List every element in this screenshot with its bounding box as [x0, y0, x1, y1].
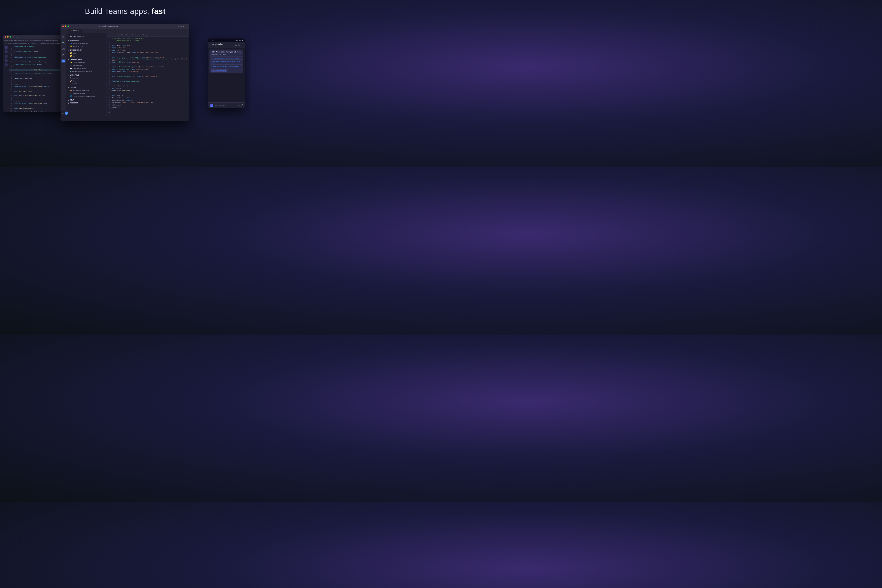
- status-icons: ▲▲▲ wifi ▮: [234, 40, 243, 41]
- section-environment[interactable]: ▼ ENVIRONMENT: [66, 49, 106, 51]
- section-feedback[interactable]: ▶ FEEDBACK: [66, 101, 106, 104]
- breadcrumb-rows: rows: [149, 34, 152, 36]
- sparkle-icon: ✨: [70, 62, 72, 63]
- code-line: 4: [9, 52, 69, 54]
- code-line: 30 await ImportModuleAsync();: [9, 107, 69, 109]
- env-dev-item[interactable]: 📁 dev: [66, 54, 106, 57]
- tab-close-icon[interactable]: ✕: [78, 30, 80, 32]
- open-dev-portal-label: Open Developer Portal to Publish: [73, 96, 95, 97]
- sign-in-m365-item[interactable]: 👤 Sign in to Microsoft 365: [66, 42, 106, 45]
- git-icon[interactable]: [4, 55, 8, 58]
- chat-title-area: GithubNotifier bot/hello: [212, 43, 223, 47]
- left-breadcrumb: SetConfig.csm > InteropModuleBase.cs > P…: [3, 42, 69, 45]
- back-icon[interactable]: ‹: [210, 44, 210, 46]
- code-line: 30 csvData: []: [107, 106, 189, 109]
- section-development[interactable]: ▼ DEVELOPMENT: [66, 58, 106, 61]
- code-line: 25 }: [9, 96, 69, 99]
- view-assigned-issues-button[interactable]: View Assigned Issues: [211, 69, 227, 72]
- deploy-item[interactable]: 🚀 Deploy: [66, 80, 106, 82]
- git-icon-btn[interactable]: ⎇: [62, 46, 66, 51]
- sign-in-azure-item[interactable]: ⚡ Sign in to Azure: [66, 45, 106, 48]
- validate-app-item[interactable]: ⚠ Validate Application: [66, 92, 106, 95]
- main-content: ⊞ 🔍 ⎇ ▶ T ⚙ 1 TEAMS TOOLKIT: [60, 33, 189, 116]
- section-lifecycle[interactable]: ▼ LIFECYCLE: [66, 74, 106, 76]
- section-development-label: DEVELOPMENT: [70, 59, 82, 60]
- validate-app-label: Validate Application: [72, 93, 85, 94]
- phone-icon[interactable]: 📞: [238, 44, 240, 46]
- extensions-icon[interactable]: [4, 63, 8, 66]
- explorer-icon[interactable]: [4, 46, 8, 49]
- section-help[interactable]: ▶ HELP: [66, 99, 106, 101]
- issue-link-2[interactable]: #5405 Network tunneling alternatives for…: [211, 60, 240, 64]
- debug-icon-btn[interactable]: ▶: [62, 52, 66, 57]
- code-line: 26: [9, 99, 69, 100]
- debug-icon[interactable]: [4, 59, 8, 62]
- close-icon[interactable]: [5, 36, 6, 38]
- minimize-icon[interactable]: [7, 36, 9, 38]
- issue-link-1[interactable]: #4545 Bug report: Ext.UnsupportedOperati…: [211, 57, 238, 59]
- code-line: 24: [107, 92, 189, 94]
- emoji-icon[interactable]: ☺: [238, 104, 240, 106]
- create-new-app-item[interactable]: ✨ Create a New App: [66, 61, 106, 64]
- chat-statusbar: 17:24 ▲▲▲ wifi ▮: [208, 39, 244, 42]
- video-call-icon[interactable]: 📹: [234, 44, 237, 46]
- nav-back[interactable]: ← →: [60, 28, 68, 33]
- chat-input-placeholder[interactable]: Type a message: [214, 105, 237, 106]
- code-line: 12 protected virtual string ModulePath {…: [9, 69, 69, 71]
- explorer-icon-btn[interactable]: ⊞: [62, 35, 66, 39]
- back-icon: ←: [62, 30, 64, 32]
- search-icon[interactable]: [4, 50, 8, 53]
- signal-icon: ▲▲▲: [234, 40, 238, 41]
- teams-toolkit-icon-btn[interactable]: T: [62, 59, 66, 63]
- preview-teams-app-item[interactable]: ▶ Preview Your Teams App (F5): [66, 70, 106, 73]
- code-line: 22 super(props);: [107, 87, 189, 90]
- breadcrumb-callback: handleInputChange: [135, 34, 147, 36]
- env-local-item[interactable]: 📁 local: [66, 51, 106, 54]
- sign-in-m365-label: Sign in to Microsoft 365: [73, 43, 88, 44]
- maximize-icon[interactable]: [68, 26, 69, 27]
- section-accounts[interactable]: ▼ ACCOUNTS: [66, 39, 106, 42]
- sign-in-azure-label: Sign in to Azure: [73, 46, 83, 47]
- provision-item[interactable]: ⚙ Provision: [66, 76, 106, 80]
- close-icon[interactable]: [62, 26, 64, 27]
- editor-breadcrumb: src › components › Tab.js › Tab › render…: [107, 33, 189, 37]
- code-line: 9 private IJSObjectReference _module;: [9, 63, 69, 66]
- user-avatar[interactable]: U: [66, 111, 68, 115]
- layout-icon-4[interactable]: ⋯: [185, 25, 187, 27]
- code-line: 1// Copyright (c) Microsoft Corporation.: [107, 37, 189, 39]
- issue-item-2: #5405 Network tunneling alternatives for…: [211, 59, 242, 64]
- code-line: 8: [107, 54, 189, 56]
- open-dev-portal-item[interactable]: 🌐 Open Developer Portal to Publish: [66, 95, 106, 98]
- layout-icon-2[interactable]: ⊟: [180, 25, 182, 27]
- view-samples-label: View Samples: [73, 65, 82, 66]
- zip-teams-app-item[interactable]: 📦 Zip Teams App Package: [66, 89, 106, 92]
- code-line: 32 }: [107, 111, 189, 113]
- section-utility[interactable]: ▼ UTILITY: [66, 86, 106, 89]
- microphone-icon[interactable]: 🎤: [241, 104, 243, 106]
- code-line: 31 }: [107, 109, 189, 111]
- book-icon: 📖: [70, 68, 72, 69]
- breadcrumb-components: components: [112, 34, 120, 36]
- toolkit-title: TEAMS TOOLKIT: [68, 35, 87, 38]
- folder-icon: 📁: [70, 52, 72, 54]
- issue-link-3[interactable]: #4084 Create configurable frontend start…: [211, 65, 238, 67]
- tab-tabjs[interactable]: JS Tab.js ✕: [68, 28, 82, 33]
- toolkit-more-icon[interactable]: ⋯: [103, 36, 105, 38]
- chat-time: 17:24: [210, 40, 213, 41]
- more-icon[interactable]: ⋯: [241, 44, 243, 46]
- view-samples-item[interactable]: 👁 View Samples: [66, 64, 106, 67]
- view-howto-item[interactable]: 📖 View How-to Guides: [66, 67, 106, 70]
- maximize-icon[interactable]: [9, 36, 11, 38]
- provision-label: Provision: [72, 77, 78, 79]
- teams-icon: T: [62, 60, 65, 62]
- code-line: 24 await Interop.InvokeVoidAsync(functio…: [9, 94, 69, 96]
- layout-icon-3[interactable]: ⊠: [183, 25, 184, 27]
- search-icon-btn[interactable]: 🔍: [62, 41, 66, 45]
- left-code-editor: 1 using Microsoft.JSInterop; 2 3 namespa…: [9, 45, 69, 112]
- minimize-icon[interactable]: [65, 26, 66, 27]
- publish-item[interactable]: ↗ Publish: [66, 82, 106, 85]
- code-line: 19class Tab extends React.Component {: [107, 80, 189, 82]
- toolbar-items: File Edit View Go Project Build Debug Te…: [4, 40, 58, 41]
- layout-icon-1[interactable]: ⊞: [177, 25, 179, 27]
- chevron-down-icon: ▼: [68, 74, 69, 76]
